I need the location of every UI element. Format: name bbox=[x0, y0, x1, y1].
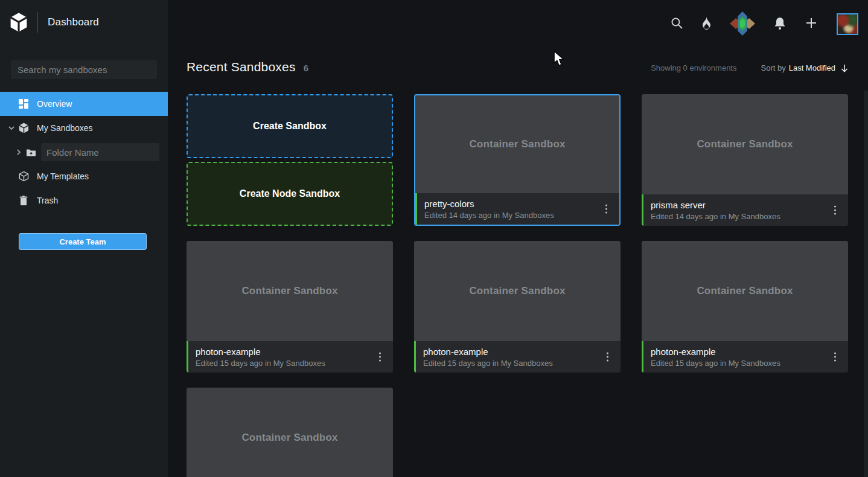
chevron-right-icon[interactable] bbox=[15, 149, 22, 156]
template-label: Container Sandbox bbox=[469, 138, 565, 150]
sandbox-card-partial[interactable]: Container Sandbox bbox=[187, 388, 393, 477]
section-title: Recent Sandboxes bbox=[187, 60, 296, 74]
sidebar-item-my-templates[interactable]: My Templates bbox=[0, 164, 168, 188]
card-preview: Container Sandbox bbox=[642, 241, 848, 341]
sidebar-item-overview[interactable]: Overview bbox=[0, 92, 168, 116]
kebab-menu-icon[interactable] bbox=[832, 203, 838, 217]
user-avatar[interactable] bbox=[837, 13, 858, 35]
template-label: Container Sandbox bbox=[697, 285, 793, 297]
sandbox-meta: Edited 15 days ago in My Sandboxes bbox=[651, 358, 848, 368]
template-label: Container Sandbox bbox=[469, 285, 565, 297]
card-preview: Container Sandbox bbox=[642, 94, 848, 194]
card-footer: prisma server Edited 14 days ago in My S… bbox=[642, 194, 848, 226]
card-footer: pretty-colors Edited 14 days ago in My S… bbox=[415, 193, 619, 225]
template-label: Container Sandbox bbox=[241, 285, 337, 297]
sandbox-name: photon-example bbox=[423, 346, 621, 358]
showing-environments-text: Showing 0 environments bbox=[651, 63, 736, 72]
kebab-menu-icon[interactable] bbox=[832, 350, 838, 364]
sandbox-name: pretty-colors bbox=[424, 198, 619, 210]
logo-row: Dashboard bbox=[10, 12, 99, 33]
sandbox-count-badge: 6 bbox=[304, 63, 308, 73]
template-label: Container Sandbox bbox=[697, 138, 793, 150]
create-node-sandbox-button[interactable]: Create Node Sandbox bbox=[187, 162, 393, 226]
sidebar-item-label: Trash bbox=[37, 196, 58, 205]
create-actions-cell: Create Sandbox Create Node Sandbox bbox=[187, 94, 393, 226]
sort-by-label: Sort by bbox=[761, 63, 785, 72]
codesandbox-logo-icon[interactable] bbox=[10, 12, 28, 33]
card-preview: Container Sandbox bbox=[187, 241, 393, 341]
sort-direction-arrow-icon[interactable] bbox=[841, 64, 848, 72]
sort-value[interactable]: Last Modified bbox=[789, 63, 835, 72]
sidebar-item-my-sandboxes[interactable]: My Sandboxes bbox=[0, 116, 168, 140]
main-content: Recent Sandboxes 6 Showing 0 environment… bbox=[168, 0, 868, 477]
card-preview: Container Sandbox bbox=[187, 388, 393, 477]
vertical-scrollbar[interactable] bbox=[864, 91, 868, 477]
trash-icon bbox=[18, 196, 29, 205]
sandbox-name: photon-example bbox=[196, 346, 393, 358]
cube-outline-icon bbox=[18, 171, 29, 182]
sandbox-meta: Edited 14 days ago in My Sandboxes bbox=[424, 210, 619, 220]
top-header bbox=[168, 0, 868, 48]
kebab-menu-icon[interactable] bbox=[604, 350, 611, 364]
create-team-button[interactable]: Create Team bbox=[19, 233, 147, 250]
kebab-menu-icon[interactable] bbox=[377, 350, 383, 364]
sandbox-meta: Edited 14 days ago in My Sandboxes bbox=[651, 211, 848, 222]
card-preview: Container Sandbox bbox=[415, 95, 619, 193]
sidebar: Dashboard Overview bbox=[0, 0, 168, 477]
kebab-menu-icon[interactable] bbox=[603, 202, 610, 216]
sidebar-folder-row bbox=[0, 140, 168, 164]
folder-name-input[interactable] bbox=[41, 143, 159, 161]
template-label: Container Sandbox bbox=[241, 432, 337, 444]
sandbox-name: prisma server bbox=[651, 199, 848, 211]
sidebar-item-trash[interactable]: Trash bbox=[0, 188, 168, 213]
sidebar-item-label: My Templates bbox=[37, 171, 89, 181]
search-icon[interactable] bbox=[671, 17, 683, 30]
sandbox-card-prisma-server[interactable]: Container Sandbox prisma server Edited 1… bbox=[642, 94, 848, 226]
cube-filled-icon bbox=[18, 123, 29, 133]
header-divider bbox=[37, 12, 38, 33]
sandbox-card-pretty-colors[interactable]: Container Sandbox pretty-colors Edited 1… bbox=[414, 94, 621, 226]
create-node-sandbox-label: Create Node Sandbox bbox=[240, 188, 340, 199]
card-footer: photon-example Edited 15 days ago in My … bbox=[414, 341, 621, 373]
card-preview: Container Sandbox bbox=[414, 241, 621, 341]
new-folder-icon bbox=[26, 148, 36, 156]
chevron-down-icon[interactable] bbox=[8, 124, 15, 132]
sidebar-nav: Overview My Sandboxes bbox=[0, 92, 168, 213]
sandbox-meta: Edited 15 days ago in My Sandboxes bbox=[196, 358, 393, 368]
plus-icon[interactable] bbox=[805, 17, 817, 29]
sandbox-meta: Edited 15 days ago in My Sandboxes bbox=[423, 358, 621, 368]
sandbox-card-photon-example-2[interactable]: Container Sandbox photon-example Edited … bbox=[414, 241, 621, 373]
fire-icon[interactable] bbox=[701, 17, 712, 31]
card-footer: photon-example Edited 15 days ago in My … bbox=[642, 341, 848, 373]
sandbox-name: photon-example bbox=[651, 346, 848, 358]
create-sandbox-label: Create Sandbox bbox=[253, 121, 327, 132]
search-input[interactable] bbox=[11, 60, 157, 79]
sandbox-card-photon-example-1[interactable]: Container Sandbox photon-example Edited … bbox=[187, 241, 393, 373]
bell-icon[interactable] bbox=[774, 17, 786, 30]
sandbox-card-photon-example-3[interactable]: Container Sandbox photon-example Edited … bbox=[642, 241, 848, 373]
sidebar-item-label: My Sandboxes bbox=[37, 123, 93, 133]
card-footer: photon-example Edited 15 days ago in My … bbox=[187, 341, 393, 373]
sidebar-item-label: Overview bbox=[37, 99, 72, 109]
pixel-gem-badge[interactable] bbox=[729, 10, 756, 37]
create-sandbox-button[interactable]: Create Sandbox bbox=[187, 94, 393, 158]
overview-grid-icon bbox=[18, 99, 29, 109]
sandbox-grid: Create Sandbox Create Node Sandbox Conta… bbox=[187, 94, 848, 477]
page-title: Dashboard bbox=[48, 16, 99, 28]
